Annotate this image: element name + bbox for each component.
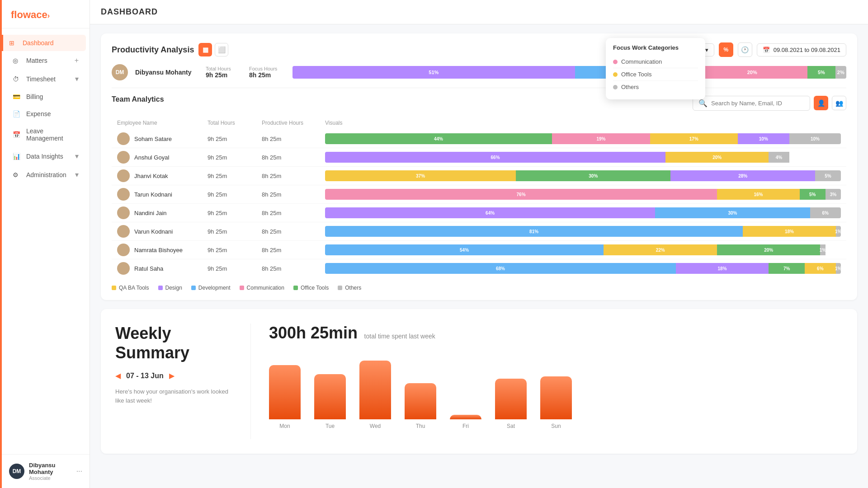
table-row: Varun Kodnani9h 25m8h 25m81%18%1% — [112, 222, 846, 241]
billing-icon: 💳 — [13, 93, 22, 100]
bar-segment: 18% — [676, 263, 769, 274]
bar-segment: 10% — [738, 133, 789, 144]
visuals-cell: 64%30%6% — [320, 204, 846, 222]
employee-cell: Tarun Kodnani — [112, 185, 202, 204]
chart-bar-column: Tue — [314, 374, 346, 429]
bar-segment: 68% — [325, 263, 676, 274]
table-row: Namrata Bishoyee9h 25m8h 25m54%22%20%1% — [112, 241, 846, 259]
user-view-button[interactable]: 👤 — [814, 96, 828, 110]
sidebar-item-dashboard[interactable]: ⊞ Dashboard — [2, 35, 86, 51]
bar-segment: 28% — [670, 170, 815, 181]
bar-segment: 6% — [810, 207, 841, 218]
sidebar-item-label: Data Insights — [26, 153, 75, 160]
more-button[interactable]: ··· — [76, 467, 82, 475]
chevron-down-icon: ▾ — [75, 152, 79, 160]
percent-button[interactable]: % — [719, 42, 733, 57]
main-content: DASHBOARD Productivity Analysis ▦ ⬜ Focu… — [90, 0, 868, 488]
group-view-button[interactable]: 👥 — [832, 96, 846, 110]
office-dot — [613, 72, 618, 77]
weekly-title: WeeklySummary — [115, 324, 232, 362]
chart-bar-label: Sun — [551, 423, 561, 429]
avatar — [117, 225, 130, 238]
sidebar-item-data-insights[interactable]: 📊 Data Insights ▾ — [5, 147, 86, 165]
legend-dot-green — [293, 286, 298, 290]
sidebar-item-matters[interactable]: ◎ Matters + — [5, 52, 86, 69]
sidebar: flowace› ⊞ Dashboard ◎ Matters + ⏱ Times… — [2, 0, 90, 488]
legend-item-design: Design — [158, 285, 182, 291]
clock-button[interactable]: 🕐 — [738, 42, 752, 57]
bar-segment: 44% — [325, 133, 552, 144]
bar-segment-green: 5% — [807, 66, 835, 79]
sidebar-item-timesheet[interactable]: ⏱ Timesheet ▾ — [5, 70, 86, 88]
avatar — [117, 262, 130, 275]
total-hours: 300h 25min — [269, 324, 358, 342]
total-hours-value: 9h 25m — [208, 136, 227, 142]
chart-bar — [314, 374, 346, 419]
admin-icon: ⚙ — [13, 171, 22, 178]
bar-segment: 30% — [516, 170, 670, 181]
next-week-button[interactable]: ▶ — [169, 371, 175, 380]
focus-hours-stat: Focus Hours 8h 25m — [249, 66, 285, 79]
logo: flowace› — [2, 0, 90, 28]
emp-name: Tarun Kodnani — [134, 191, 172, 198]
legend-dot-purple — [158, 286, 163, 290]
sidebar-item-label: Timesheet — [26, 75, 75, 83]
export-icon[interactable]: ⬜ — [215, 43, 228, 56]
emp-name: Ratul Saha — [134, 265, 163, 272]
productive-hours-cell: 8h 25m — [256, 259, 320, 278]
insights-icon: 📊 — [13, 153, 22, 160]
card-header: Productivity Analysis ▦ ⬜ Focus with Wor… — [112, 42, 846, 57]
bar-segment: 1% — [836, 226, 841, 237]
emp-name: Jhanvi Kotak — [134, 173, 168, 179]
page-header: DASHBOARD — [90, 0, 868, 24]
date-range-picker[interactable]: 📅 09.08.2021 to 09.08.2021 — [757, 43, 846, 56]
bar-segment-pink: 20% — [697, 66, 807, 79]
bar-segment: 4% — [769, 152, 789, 163]
table-header-row: Employee Name Total Hours Productive Hou… — [112, 116, 846, 130]
current-user-row: DM Dibyansu Mohanty Total Hours 9h 25m F… — [112, 64, 846, 88]
productive-hours-cell: 8h 25m — [256, 148, 320, 167]
user-name: Dibyansu Mohanty — [29, 462, 76, 475]
employee-cell: Ratul Saha — [112, 259, 202, 278]
bar-segment: 1% — [836, 263, 841, 274]
weekly-chart: MonTueWedThuFriSatSun — [269, 357, 843, 429]
employee-cell: Anshul Goyal — [112, 148, 202, 167]
bar-segment: 30% — [655, 207, 810, 218]
sidebar-item-label: Billing — [26, 93, 79, 100]
bar-segment: 22% — [604, 244, 717, 255]
page-title: DASHBOARD — [101, 7, 857, 17]
table-row: Tarun Kodnani9h 25m8h 25m76%16%5%3% — [112, 185, 846, 204]
prev-week-button[interactable]: ◀ — [115, 371, 121, 380]
search-input[interactable] — [711, 100, 804, 107]
productivity-bar: 68%18%7%6%1% — [325, 263, 841, 274]
total-hours-value: 9h 25m — [208, 210, 227, 216]
focus-item-office-tools[interactable]: Office Tools — [613, 68, 698, 81]
focus-item-others[interactable]: Others — [613, 81, 698, 93]
user-name: Dibyansu Mohanty — [135, 69, 198, 76]
sidebar-item-label: Administration — [26, 171, 75, 178]
col-productive: Productive Hours — [256, 116, 320, 130]
bar-segment: 10% — [789, 133, 841, 144]
bar-chart-icon[interactable]: ▦ — [198, 43, 212, 56]
chart-bar-label: Mon — [279, 423, 290, 429]
sidebar-item-expense[interactable]: 📄 Expense — [5, 106, 86, 122]
focus-item-communication[interactable]: Communication — [613, 56, 698, 68]
chevron-down-icon: ▾ — [75, 170, 79, 179]
productive-hours-value: 8h 25m — [262, 210, 281, 216]
avatar: DM — [9, 464, 24, 479]
sidebar-item-leave-management[interactable]: 📅 Leave Management — [5, 123, 86, 146]
employee-cell: Jhanvi Kotak — [112, 167, 202, 185]
chart-bar — [495, 379, 527, 419]
weekly-summary-card: WeeklySummary ◀ 07 - 13 Jun ▶ Here's how… — [101, 309, 857, 454]
bar-segment: 1% — [820, 244, 825, 255]
search-bar: 🔍 — [693, 96, 810, 111]
chart-bar-label: Fri — [462, 423, 469, 429]
timesheet-icon: ⏱ — [13, 75, 22, 83]
sidebar-item-billing[interactable]: 💳 Billing — [5, 89, 86, 105]
table-row: Jhanvi Kotak9h 25m8h 25m37%30%28%5% — [112, 167, 846, 185]
table-row: Ratul Saha9h 25m8h 25m68%18%7%6%1% — [112, 259, 846, 278]
employee-cell: Namrata Bishoyee — [112, 241, 202, 259]
chart-bar — [405, 383, 436, 419]
sidebar-item-administration[interactable]: ⚙ Administration ▾ — [5, 166, 86, 183]
bar-segment: 16% — [717, 189, 800, 200]
